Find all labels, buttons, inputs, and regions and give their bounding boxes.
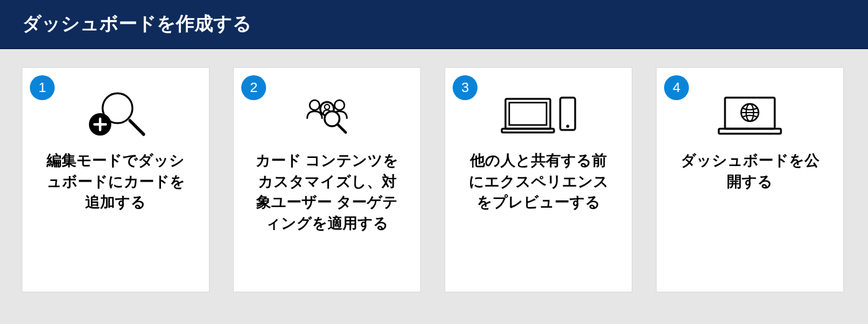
magnifier-plus-icon (40, 85, 192, 147)
svg-rect-17 (719, 129, 781, 134)
step-number-badge: 4 (664, 75, 689, 100)
step-description: ダッシュボードを公開する (674, 150, 826, 192)
audience-search-icon (251, 85, 403, 147)
step-number-badge: 1 (30, 75, 55, 100)
step-description: 他の人と共有する前にエクスペリエンスをプレビューする (463, 150, 614, 213)
svg-point-5 (310, 100, 320, 110)
svg-point-6 (335, 100, 344, 110)
step-description: カード コンテンツをカスタマイズし、対象ユーザー ターゲティングを適用する (251, 150, 403, 233)
svg-rect-13 (502, 129, 554, 132)
step-number-badge: 2 (241, 75, 266, 100)
step-card: 2 カード コンテンツをカスタマイズし、対象ユーザー ターゲティングを適用する (234, 68, 420, 292)
steps-row: 1 編集モードでダッシュボードにカードを追加する 2 (0, 49, 868, 317)
step-card: 4 ダッシュボードを公開する (657, 68, 843, 292)
svg-rect-12 (509, 103, 547, 125)
devices-preview-icon (463, 85, 614, 147)
svg-line-10 (338, 124, 346, 132)
step-card: 3 他の人と共有する前にエクスペリエンスをプレビューする (445, 68, 632, 292)
step-description: 編集モードでダッシュボードにカードを追加する (40, 150, 192, 213)
step-number-badge: 3 (453, 75, 478, 100)
page-title: ダッシュボードを作成する (0, 0, 868, 49)
svg-point-15 (566, 125, 570, 128)
step-card: 1 編集モードでダッシュボードにカードを追加する (22, 68, 209, 292)
svg-line-1 (130, 121, 144, 134)
publish-globe-laptop-icon (674, 85, 826, 147)
